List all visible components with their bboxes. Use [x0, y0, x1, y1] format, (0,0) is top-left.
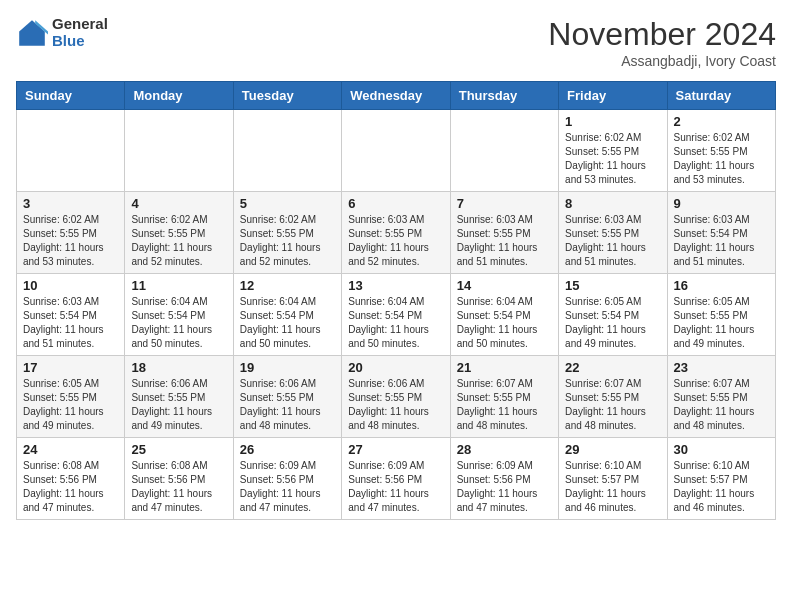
day-number: 27 [348, 442, 443, 457]
day-info: Sunrise: 6:09 AM Sunset: 5:56 PM Dayligh… [457, 459, 552, 515]
calendar-cell: 27Sunrise: 6:09 AM Sunset: 5:56 PM Dayli… [342, 438, 450, 520]
day-info: Sunrise: 6:06 AM Sunset: 5:55 PM Dayligh… [131, 377, 226, 433]
calendar-cell: 1Sunrise: 6:02 AM Sunset: 5:55 PM Daylig… [559, 110, 667, 192]
day-number: 8 [565, 196, 660, 211]
calendar-table: SundayMondayTuesdayWednesdayThursdayFrid… [16, 81, 776, 520]
day-number: 5 [240, 196, 335, 211]
day-info: Sunrise: 6:02 AM Sunset: 5:55 PM Dayligh… [23, 213, 118, 269]
calendar-cell: 26Sunrise: 6:09 AM Sunset: 5:56 PM Dayli… [233, 438, 341, 520]
calendar-week-4: 17Sunrise: 6:05 AM Sunset: 5:55 PM Dayli… [17, 356, 776, 438]
calendar-cell: 14Sunrise: 6:04 AM Sunset: 5:54 PM Dayli… [450, 274, 558, 356]
day-info: Sunrise: 6:04 AM Sunset: 5:54 PM Dayligh… [131, 295, 226, 351]
weekday-header-monday: Monday [125, 82, 233, 110]
day-info: Sunrise: 6:10 AM Sunset: 5:57 PM Dayligh… [565, 459, 660, 515]
day-number: 4 [131, 196, 226, 211]
logo-general-text: General [52, 16, 108, 33]
day-number: 26 [240, 442, 335, 457]
svg-marker-0 [19, 20, 45, 46]
day-info: Sunrise: 6:02 AM Sunset: 5:55 PM Dayligh… [565, 131, 660, 187]
logo-text: General Blue [52, 16, 108, 49]
calendar-cell [342, 110, 450, 192]
page-header: General Blue November 2024 Assangbadji, … [16, 16, 776, 69]
day-info: Sunrise: 6:03 AM Sunset: 5:55 PM Dayligh… [565, 213, 660, 269]
calendar-cell [450, 110, 558, 192]
weekday-header-friday: Friday [559, 82, 667, 110]
day-number: 23 [674, 360, 769, 375]
day-number: 17 [23, 360, 118, 375]
day-number: 19 [240, 360, 335, 375]
logo-blue-text: Blue [52, 33, 108, 50]
day-info: Sunrise: 6:04 AM Sunset: 5:54 PM Dayligh… [240, 295, 335, 351]
day-info: Sunrise: 6:07 AM Sunset: 5:55 PM Dayligh… [565, 377, 660, 433]
day-info: Sunrise: 6:06 AM Sunset: 5:55 PM Dayligh… [348, 377, 443, 433]
day-number: 18 [131, 360, 226, 375]
day-info: Sunrise: 6:02 AM Sunset: 5:55 PM Dayligh… [131, 213, 226, 269]
day-number: 14 [457, 278, 552, 293]
day-number: 30 [674, 442, 769, 457]
day-number: 24 [23, 442, 118, 457]
calendar-cell: 8Sunrise: 6:03 AM Sunset: 5:55 PM Daylig… [559, 192, 667, 274]
calendar-week-1: 1Sunrise: 6:02 AM Sunset: 5:55 PM Daylig… [17, 110, 776, 192]
calendar-cell: 9Sunrise: 6:03 AM Sunset: 5:54 PM Daylig… [667, 192, 775, 274]
day-info: Sunrise: 6:02 AM Sunset: 5:55 PM Dayligh… [240, 213, 335, 269]
calendar-cell: 18Sunrise: 6:06 AM Sunset: 5:55 PM Dayli… [125, 356, 233, 438]
day-info: Sunrise: 6:05 AM Sunset: 5:54 PM Dayligh… [565, 295, 660, 351]
logo-icon [16, 17, 48, 49]
day-info: Sunrise: 6:03 AM Sunset: 5:54 PM Dayligh… [23, 295, 118, 351]
calendar-cell: 29Sunrise: 6:10 AM Sunset: 5:57 PM Dayli… [559, 438, 667, 520]
day-number: 16 [674, 278, 769, 293]
day-number: 13 [348, 278, 443, 293]
day-number: 10 [23, 278, 118, 293]
day-info: Sunrise: 6:08 AM Sunset: 5:56 PM Dayligh… [131, 459, 226, 515]
day-info: Sunrise: 6:05 AM Sunset: 5:55 PM Dayligh… [23, 377, 118, 433]
day-info: Sunrise: 6:04 AM Sunset: 5:54 PM Dayligh… [457, 295, 552, 351]
day-number: 2 [674, 114, 769, 129]
day-info: Sunrise: 6:10 AM Sunset: 5:57 PM Dayligh… [674, 459, 769, 515]
day-info: Sunrise: 6:06 AM Sunset: 5:55 PM Dayligh… [240, 377, 335, 433]
weekday-header-row: SundayMondayTuesdayWednesdayThursdayFrid… [17, 82, 776, 110]
day-number: 29 [565, 442, 660, 457]
weekday-header-tuesday: Tuesday [233, 82, 341, 110]
weekday-header-thursday: Thursday [450, 82, 558, 110]
day-number: 9 [674, 196, 769, 211]
calendar-cell: 12Sunrise: 6:04 AM Sunset: 5:54 PM Dayli… [233, 274, 341, 356]
day-number: 22 [565, 360, 660, 375]
calendar-cell: 30Sunrise: 6:10 AM Sunset: 5:57 PM Dayli… [667, 438, 775, 520]
weekday-header-sunday: Sunday [17, 82, 125, 110]
calendar-cell: 28Sunrise: 6:09 AM Sunset: 5:56 PM Dayli… [450, 438, 558, 520]
calendar-cell: 13Sunrise: 6:04 AM Sunset: 5:54 PM Dayli… [342, 274, 450, 356]
calendar-cell: 22Sunrise: 6:07 AM Sunset: 5:55 PM Dayli… [559, 356, 667, 438]
calendar-cell: 6Sunrise: 6:03 AM Sunset: 5:55 PM Daylig… [342, 192, 450, 274]
title-area: November 2024 Assangbadji, Ivory Coast [548, 16, 776, 69]
day-number: 3 [23, 196, 118, 211]
day-info: Sunrise: 6:03 AM Sunset: 5:55 PM Dayligh… [348, 213, 443, 269]
day-number: 12 [240, 278, 335, 293]
calendar-cell: 2Sunrise: 6:02 AM Sunset: 5:55 PM Daylig… [667, 110, 775, 192]
location-text: Assangbadji, Ivory Coast [548, 53, 776, 69]
calendar-cell: 23Sunrise: 6:07 AM Sunset: 5:55 PM Dayli… [667, 356, 775, 438]
calendar-cell [17, 110, 125, 192]
day-number: 25 [131, 442, 226, 457]
calendar-week-3: 10Sunrise: 6:03 AM Sunset: 5:54 PM Dayli… [17, 274, 776, 356]
day-number: 28 [457, 442, 552, 457]
calendar-cell: 11Sunrise: 6:04 AM Sunset: 5:54 PM Dayli… [125, 274, 233, 356]
day-info: Sunrise: 6:03 AM Sunset: 5:55 PM Dayligh… [457, 213, 552, 269]
calendar-week-2: 3Sunrise: 6:02 AM Sunset: 5:55 PM Daylig… [17, 192, 776, 274]
day-info: Sunrise: 6:09 AM Sunset: 5:56 PM Dayligh… [348, 459, 443, 515]
day-info: Sunrise: 6:08 AM Sunset: 5:56 PM Dayligh… [23, 459, 118, 515]
calendar-cell: 7Sunrise: 6:03 AM Sunset: 5:55 PM Daylig… [450, 192, 558, 274]
day-number: 11 [131, 278, 226, 293]
day-info: Sunrise: 6:02 AM Sunset: 5:55 PM Dayligh… [674, 131, 769, 187]
weekday-header-saturday: Saturday [667, 82, 775, 110]
day-number: 15 [565, 278, 660, 293]
calendar-cell: 3Sunrise: 6:02 AM Sunset: 5:55 PM Daylig… [17, 192, 125, 274]
calendar-cell [125, 110, 233, 192]
day-number: 21 [457, 360, 552, 375]
calendar-week-5: 24Sunrise: 6:08 AM Sunset: 5:56 PM Dayli… [17, 438, 776, 520]
day-number: 6 [348, 196, 443, 211]
day-info: Sunrise: 6:03 AM Sunset: 5:54 PM Dayligh… [674, 213, 769, 269]
calendar-cell: 17Sunrise: 6:05 AM Sunset: 5:55 PM Dayli… [17, 356, 125, 438]
calendar-cell: 19Sunrise: 6:06 AM Sunset: 5:55 PM Dayli… [233, 356, 341, 438]
day-number: 1 [565, 114, 660, 129]
day-info: Sunrise: 6:05 AM Sunset: 5:55 PM Dayligh… [674, 295, 769, 351]
